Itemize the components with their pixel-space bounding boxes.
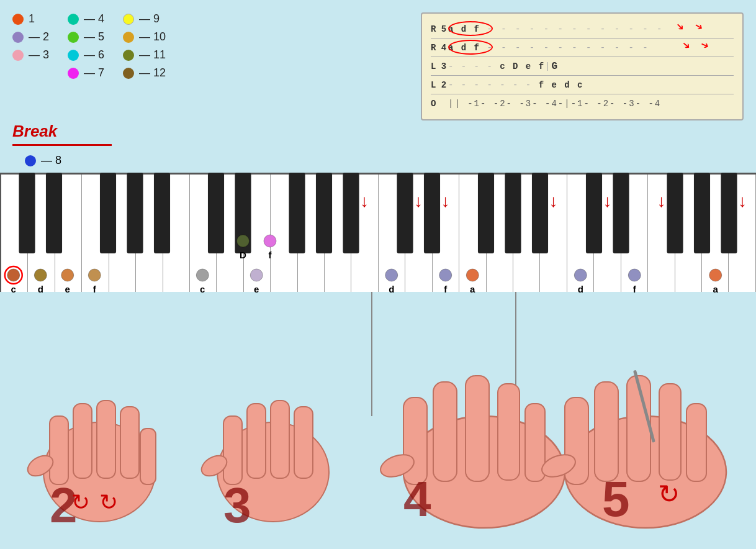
svg-rect-13	[505, 173, 521, 253]
svg-rect-19	[721, 173, 737, 253]
svg-text:a: a	[713, 284, 719, 294]
svg-point-27	[88, 269, 101, 281]
svg-point-31	[237, 235, 250, 247]
svg-rect-80	[659, 384, 681, 480]
svg-rect-71	[433, 382, 457, 481]
svg-rect-18	[694, 173, 710, 253]
legend-label-1: 1	[29, 12, 35, 25]
legend-label-12: — 12	[139, 66, 166, 79]
hand-5: 5 ↻	[540, 292, 751, 540]
svg-point-47	[709, 269, 722, 281]
sheet-row-l2: L 2 - - - - - - - f e d c	[431, 76, 734, 94]
svg-rect-1	[46, 173, 62, 253]
svg-point-45	[628, 269, 641, 281]
legend-item-2: — 2	[12, 30, 49, 43]
svg-text:c: c	[200, 284, 205, 294]
hand-5-svg	[540, 292, 751, 534]
svg-text:f: f	[93, 284, 97, 294]
svg-point-23	[34, 269, 47, 281]
svg-rect-59	[97, 401, 115, 478]
legend-label-3: — 3	[29, 48, 49, 61]
svg-text:c: c	[11, 284, 16, 294]
legend-item-11: — 11	[123, 48, 166, 61]
legend-label-9: — 9	[139, 12, 160, 25]
svg-rect-15	[586, 173, 602, 253]
row-label-r5: R 5	[431, 24, 448, 34]
dot-3	[12, 50, 24, 61]
hand-3-svg	[192, 292, 354, 528]
svg-text:D: D	[240, 250, 246, 260]
svg-text:e: e	[65, 284, 70, 294]
svg-rect-3	[127, 173, 143, 253]
dot-10	[123, 32, 134, 43]
svg-rect-5	[208, 173, 224, 253]
svg-text:↓: ↓	[549, 191, 558, 211]
svg-rect-58	[73, 404, 92, 478]
hand-4-number: 4	[403, 471, 431, 528]
legend-label-6: — 6	[84, 48, 104, 61]
svg-rect-57	[50, 416, 68, 484]
svg-point-35	[264, 235, 276, 247]
segment-line-1	[371, 292, 372, 416]
legend-item-3: — 3	[12, 48, 49, 61]
svg-rect-65	[247, 404, 266, 478]
row-content-l3: - - - - c D e f|G	[448, 61, 734, 72]
row-label-l2: L 2	[431, 80, 448, 90]
svg-text:↓: ↓	[414, 191, 423, 211]
legend-item-6: — 6	[68, 48, 104, 61]
dot-11	[123, 50, 134, 61]
hands-area: 2 ↺ ↻ 3 4	[0, 292, 756, 549]
svg-rect-66	[271, 401, 289, 478]
arrow-up-2b: ↻	[99, 489, 118, 515]
svg-text:f: f	[444, 284, 448, 294]
break-label: Break	[12, 122, 57, 141]
legend-col-3: — 9 — 10 — 11 — 12	[123, 12, 166, 79]
svg-point-25	[61, 269, 74, 281]
row-label-r4: R 4	[431, 43, 448, 53]
dot-12	[123, 68, 134, 79]
svg-text:d: d	[578, 284, 583, 294]
svg-rect-64	[223, 416, 242, 484]
svg-rect-0	[19, 173, 35, 253]
svg-rect-9	[343, 173, 359, 253]
legend-label-11: — 11	[139, 48, 166, 61]
dot-9	[123, 14, 134, 25]
svg-rect-61	[140, 429, 156, 484]
row-label-o: O	[431, 99, 448, 109]
legend-label-5: — 5	[84, 30, 104, 43]
hand-2: 2 ↺ ↻	[19, 292, 180, 540]
sheet-row-r4: R 4 a d f - - - - - - - - - - - - ➔ ➔	[431, 39, 734, 57]
svg-rect-16	[613, 173, 629, 253]
svg-text:f: f	[269, 250, 272, 260]
svg-text:d: d	[389, 284, 394, 294]
legend-item-8: — 8	[25, 154, 61, 167]
svg-text:d: d	[38, 284, 43, 294]
svg-rect-8	[316, 173, 332, 253]
svg-point-37	[385, 269, 398, 281]
svg-rect-60	[120, 407, 139, 478]
svg-text:f: f	[633, 284, 637, 294]
dot-7	[68, 68, 79, 79]
sheet-row-l3: L 3 - - - - c D e f|G	[431, 57, 734, 76]
legend-item-1: 1	[12, 12, 49, 25]
svg-rect-81	[686, 404, 706, 481]
svg-point-43	[574, 269, 587, 281]
svg-point-20	[7, 269, 20, 281]
svg-point-39	[439, 269, 452, 281]
svg-rect-12	[478, 173, 494, 253]
legend-label-7: — 7	[84, 66, 104, 79]
arrow-up-5: ↻	[658, 479, 680, 509]
svg-rect-7	[289, 173, 305, 253]
legend-label-2: — 2	[29, 30, 49, 43]
legend-label-10: — 10	[139, 30, 166, 43]
dot-4	[68, 14, 79, 25]
svg-rect-67	[294, 407, 313, 478]
legend-label-8: — 8	[41, 154, 61, 167]
dot-5	[68, 32, 79, 43]
svg-rect-73	[498, 384, 520, 480]
svg-text:a: a	[470, 284, 475, 294]
svg-text:↓: ↓	[603, 191, 612, 211]
svg-text:↓: ↓	[738, 191, 747, 211]
legend-item-9: — 9	[123, 12, 166, 25]
dot-8	[25, 155, 36, 166]
